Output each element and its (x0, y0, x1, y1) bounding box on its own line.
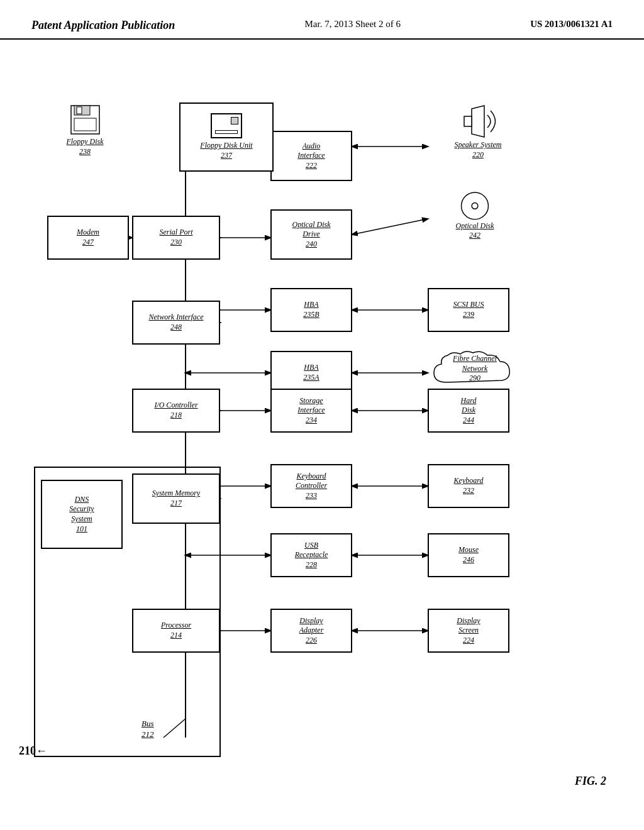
box-system-memory: System Memory217 (132, 473, 220, 524)
svg-line-27 (164, 719, 186, 738)
optical-disk-area: Optical Disk242 (434, 191, 516, 241)
box-io-controller: I/O Controller218 (132, 389, 220, 433)
patent-number: US 2013/0061321 A1 (530, 19, 613, 30)
box-floppy-disk-unit: Floppy Disk Unit237 (179, 102, 274, 172)
speaker-system-area: Speaker System220 (428, 102, 528, 172)
svg-line-18 (352, 219, 428, 235)
fig-label: FIG. 2 (575, 775, 606, 788)
box-dns-security: DNSSecuritySystem101 (41, 480, 123, 549)
page-header: Patent Application Publication Mar. 7, 2… (0, 0, 644, 40)
label-210: 210← (19, 744, 47, 758)
publication-title: Patent Application Publication (31, 19, 175, 32)
box-network-interface: Network Interface248 (132, 301, 220, 345)
box-audio-interface: AudioInterface222 (270, 131, 352, 181)
box-storage-interface: StorageInterface234 (270, 389, 352, 433)
svg-rect-29 (464, 116, 472, 126)
diagram-area: DNSSecuritySystem101 System Memory217 I/… (0, 40, 644, 807)
svg-rect-35 (77, 107, 82, 114)
svg-marker-28 (472, 106, 484, 137)
box-hba-b: HBA235B (270, 288, 352, 332)
box-display-screen: DisplayScreen224 (428, 609, 509, 653)
box-serial-port: Serial Port230 (132, 216, 220, 260)
box-usb-receptacle: USBReceptacle228 (270, 533, 352, 577)
box-modem: Modem247 (47, 216, 129, 260)
sheet-info: Mar. 7, 2013 Sheet 2 of 6 (305, 19, 401, 30)
box-mouse: Mouse246 (428, 533, 509, 577)
label-bus: Bus212 (142, 719, 154, 740)
box-keyboard-controller: KeyboardController233 (270, 464, 352, 508)
box-keyboard: Keyboard232 (428, 464, 509, 508)
svg-rect-34 (74, 118, 96, 131)
fibre-channel-area: Fibre ChannelNetwork290 (428, 348, 522, 404)
box-optical-disk-drive: Optical DiskDrive240 (270, 209, 352, 260)
box-display-adapter: DisplayAdapter226 (270, 609, 352, 653)
floppy-disk-area: Floppy Disk238 (44, 102, 126, 172)
svg-point-31 (472, 203, 478, 209)
box-scsi-bus: SCSI BUS239 (428, 288, 509, 332)
box-processor: Processor214 (132, 609, 220, 653)
